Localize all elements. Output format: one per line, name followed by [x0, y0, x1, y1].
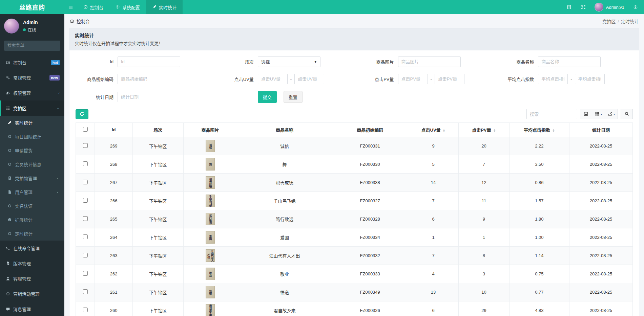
sidebar-subitem[interactable]: 实名认证 [0, 199, 64, 213]
cell-session: 下午钻区 [133, 301, 183, 316]
user-status: 在线 [23, 27, 38, 32]
row-checkbox[interactable] [83, 180, 88, 184]
cell-image: 君自故乡来 [183, 301, 237, 316]
top-nav-tab[interactable]: 实时统计 [146, 0, 183, 14]
column-label: Id [112, 127, 116, 132]
product-image[interactable]: 敬业 [206, 268, 215, 280]
reset-button[interactable]: 重置 [284, 91, 303, 103]
row-checkbox[interactable] [83, 253, 88, 257]
sidebar-item[interactable]: 营销活动管理 [0, 286, 64, 301]
sidebar-item[interactable]: 竞拍区⌄ [0, 100, 64, 116]
sidebar-subitem[interactable]: 竞拍物管理‹ [0, 171, 64, 185]
sidebar-subitem[interactable]: 定时统计 [0, 227, 64, 241]
cell-uv: 13 [408, 283, 458, 301]
column-header[interactable]: 平均点击指数▲▼ [509, 123, 569, 137]
filter-input[interactable] [118, 57, 180, 67]
columns-button[interactable]: ▾ [592, 109, 605, 119]
submit-button[interactable]: 提交 [258, 91, 277, 103]
sidebar-item[interactable]: 在线命令管理 [0, 241, 64, 256]
sidebar-subitem[interactable]: 实时统计 [0, 116, 64, 130]
product-image[interactable]: 诚信 [206, 140, 215, 152]
caret-down-icon: ▾ [614, 113, 615, 116]
sidebar-item[interactable]: 客服管理 [0, 271, 64, 286]
sort-icon[interactable]: ▲▼ [493, 129, 496, 132]
cell-avg: 0.77 [509, 283, 569, 301]
filter-label: 统计日期 [76, 94, 113, 100]
product-image[interactable]: 爱国 [206, 231, 215, 244]
row-checkbox[interactable] [83, 234, 88, 239]
row-checkbox[interactable] [83, 289, 88, 294]
cell-date: 2022-08-25 [569, 210, 633, 228]
sidebar-subitem[interactable]: 每日团队统计 [0, 130, 64, 143]
cell-pv: 8 [459, 247, 509, 265]
top-nav-tab[interactable]: 系统配置 [109, 0, 146, 14]
settings-button[interactable] [629, 0, 642, 14]
column-header[interactable]: 点击UV量▲▼ [408, 123, 458, 137]
cell-id: 263 [95, 247, 133, 265]
row-checkbox[interactable] [83, 198, 88, 203]
filter-input[interactable] [398, 57, 461, 67]
product-image[interactable]: 悟道 [206, 286, 215, 298]
range-min-input[interactable] [258, 74, 288, 84]
range-max-input[interactable] [435, 74, 464, 84]
product-image[interactable]: 君自故乡来 [206, 304, 215, 316]
range-separator: - [290, 76, 292, 82]
session-select[interactable]: 选择▼ [258, 57, 320, 67]
row-checkbox[interactable] [83, 216, 88, 221]
sidebar-search-input[interactable] [4, 41, 60, 51]
table-search-input[interactable] [526, 109, 577, 119]
cell-name: 笃行致远 [237, 210, 332, 228]
column-header[interactable]: 点击PV量▲▼ [459, 123, 509, 137]
paging-toggle-button[interactable] [580, 109, 592, 119]
product-image[interactable]: 舞 [206, 158, 215, 171]
row-checkbox[interactable] [83, 308, 88, 312]
sidebar-item[interactable]: 常规管理new [0, 70, 64, 85]
cell-name: 诚信 [237, 137, 332, 155]
cell-pv: 9 [459, 210, 509, 228]
cell-pv: 3 [459, 265, 509, 283]
cell-name: 悟道 [237, 283, 332, 301]
row-checkbox[interactable] [83, 143, 88, 148]
cell-code: FZ000330 [332, 155, 408, 174]
sidebar-subitem[interactable]: 用户管理‹ [0, 185, 64, 199]
advanced-search-button[interactable] [621, 109, 633, 119]
sidebar-item[interactable]: 版本管理 [0, 256, 64, 271]
sidebar-subitem[interactable]: 申请提货 [0, 143, 64, 157]
sidebar-subitem[interactable]: 扩展统计 [0, 213, 64, 227]
range-max-input[interactable] [575, 74, 605, 84]
gears-icon [6, 75, 10, 80]
sidebar-toggle-button[interactable] [64, 0, 77, 14]
range-max-input[interactable] [294, 74, 324, 84]
table-section: ▾ ▾ Id场次商品图片商品名称商品初始编码点击UV量▲▼点击PV量▲▼平均点击… [69, 105, 639, 316]
breadcrumb-left[interactable]: 控制台 [77, 18, 90, 24]
refresh-button[interactable] [76, 109, 88, 119]
cell-id: 267 [95, 174, 133, 192]
fullscreen-button[interactable] [577, 0, 590, 14]
table-toolbar: ▾ ▾ [76, 109, 633, 119]
row-checkbox[interactable] [83, 271, 88, 276]
range-min-input[interactable] [538, 74, 568, 84]
filter-input[interactable] [538, 57, 601, 67]
filter-input[interactable] [118, 92, 180, 102]
filter-input[interactable] [118, 74, 180, 84]
sort-icon[interactable]: ▲▼ [443, 129, 445, 132]
sidebar-item[interactable]: 控制台hot [0, 55, 64, 70]
row-select-cell [76, 265, 95, 283]
row-checkbox[interactable] [83, 161, 88, 166]
product-image[interactable]: 江山代有人才出 [206, 249, 215, 262]
sidebar-subitem[interactable]: 会员统计信息 [0, 157, 64, 171]
sidebar-item[interactable]: 权限管理‹ [0, 85, 64, 100]
breadcrumb-segment[interactable]: 竞拍区 [602, 19, 616, 24]
sidebar-item[interactable]: 消息管理 [0, 301, 64, 316]
user-menu[interactable]: Admin:v1 [591, 3, 628, 12]
product-image[interactable]: 笃行致远 [206, 213, 215, 225]
top-nav-tab[interactable]: 控制台 [77, 0, 109, 14]
sort-icon[interactable]: ▲▼ [552, 129, 555, 132]
cell-code: FZ000338 [332, 174, 408, 192]
log-button[interactable] [563, 0, 576, 14]
select-all-checkbox[interactable] [83, 127, 88, 132]
product-image[interactable]: 积善成德 [206, 176, 215, 189]
product-image[interactable]: 千山鸟飞绝 [206, 195, 215, 207]
range-min-input[interactable] [398, 74, 428, 84]
export-button[interactable]: ▾ [605, 109, 618, 119]
